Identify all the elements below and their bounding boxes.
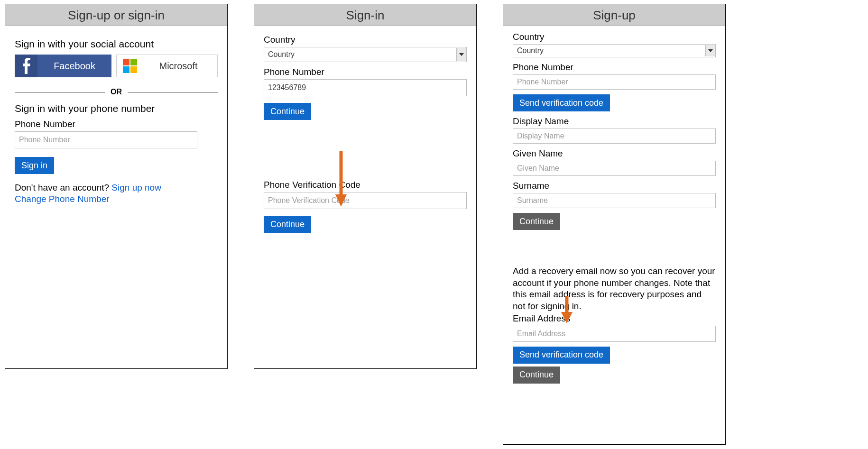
phone-number-label: Phone Number <box>264 67 467 77</box>
svg-marker-1 <box>335 194 347 207</box>
country-select-value: Country <box>517 46 544 55</box>
phone-number-input[interactable] <box>264 79 467 96</box>
flow-arrow-icon <box>334 151 348 207</box>
phone-verification-input[interactable] <box>264 192 467 209</box>
continue-button[interactable]: Continue <box>513 213 560 230</box>
facebook-button[interactable]: Facebook <box>15 55 111 77</box>
country-select-value: Country <box>268 50 295 59</box>
country-select[interactable]: Country <box>264 47 467 62</box>
or-text: OR <box>105 88 128 96</box>
chevron-down-icon <box>705 45 715 56</box>
country-label: Country <box>264 35 467 45</box>
phone-number-label: Phone Number <box>513 62 716 73</box>
phone-verification-label: Phone Verification Code <box>264 180 467 190</box>
continue-button-2[interactable]: Continue <box>513 367 560 384</box>
continue-button-2[interactable]: Continue <box>264 216 311 233</box>
country-label: Country <box>513 32 716 42</box>
panel-signup-or-signin: Sign-up or sign-in Sign in with your soc… <box>5 4 228 369</box>
microsoft-icon <box>120 59 139 73</box>
phone-number-input[interactable] <box>513 74 716 90</box>
surname-input[interactable] <box>513 193 716 208</box>
change-phone-number-link[interactable]: Change Phone Number <box>15 194 110 204</box>
country-select[interactable]: Country <box>513 44 716 57</box>
sign-in-button[interactable]: Sign in <box>15 157 54 174</box>
display-name-input[interactable] <box>513 128 716 144</box>
surname-label: Surname <box>513 181 716 191</box>
panel-signup: Sign-up Country Country Phone Number Sen… <box>503 4 726 445</box>
facebook-label: Facebook <box>37 61 111 72</box>
phone-number-input[interactable] <box>15 131 197 148</box>
phone-heading: Sign in with your phone number <box>15 103 218 114</box>
microsoft-label: Microsoft <box>139 61 217 72</box>
flow-arrow-icon <box>560 296 574 323</box>
continue-button[interactable]: Continue <box>264 103 311 120</box>
social-heading: Sign in with your social account <box>15 38 218 50</box>
panel-signin: Sign-in Country Country Phone Number Con… <box>254 4 477 369</box>
panel-title: Sign-up <box>503 4 725 26</box>
phone-number-label: Phone Number <box>15 119 218 129</box>
send-verification-code-button[interactable]: Send verification code <box>513 94 610 111</box>
send-verification-code-button-2[interactable]: Send verification code <box>513 347 610 364</box>
panel-title: Sign-up or sign-in <box>5 4 227 26</box>
panel-title: Sign-in <box>254 4 476 26</box>
no-account-text: Don't have an account? <box>15 183 111 192</box>
signup-prompt-line: Don't have an account? Sign up now <box>15 183 218 193</box>
microsoft-button[interactable]: Microsoft <box>116 55 218 77</box>
display-name-label: Display Name <box>513 116 716 127</box>
svg-marker-3 <box>561 312 573 323</box>
recovery-note: Add a recovery email now so you can reco… <box>513 266 716 312</box>
or-divider: OR <box>15 88 218 96</box>
given-name-input[interactable] <box>513 161 716 176</box>
chevron-down-icon <box>456 48 466 61</box>
email-address-label: Email Address <box>513 313 716 324</box>
sign-up-now-link[interactable]: Sign up now <box>111 183 161 192</box>
given-name-label: Given Name <box>513 148 716 159</box>
facebook-icon <box>15 55 37 77</box>
email-address-input[interactable] <box>513 326 716 342</box>
